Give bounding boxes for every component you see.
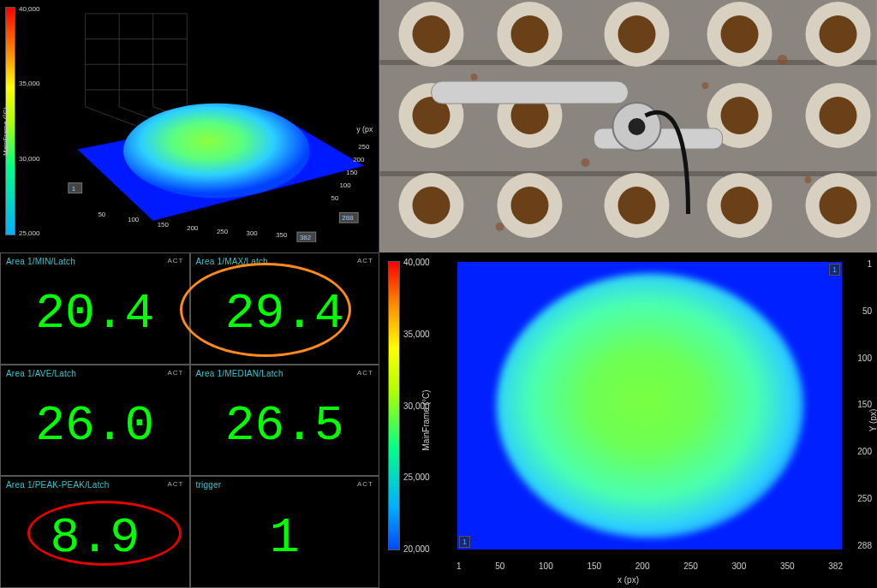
readout-act-badge: ACT (168, 369, 184, 377)
thermal-blob-icon (496, 273, 803, 538)
readout-label: Area 1/MAX/Latch (196, 255, 374, 266)
thermal-3d-panel: 40,000 35,000 30,000 25,000 (0, 0, 379, 252)
camera-feed-image (379, 0, 877, 252)
readout-peakpeak: Area 1/PEAK-PEAK/Latch ACT 8.9 (0, 476, 190, 588)
svg-point-53 (778, 55, 788, 65)
readout-median: Area 1/MEDIAN/Latch ACT 26.5 (190, 365, 380, 477)
readout-label: Area 1/AVE/Latch (6, 367, 184, 378)
colorbar-2d (388, 261, 400, 550)
svg-text:250: 250 (217, 228, 229, 235)
svg-point-32 (820, 15, 857, 53)
svg-point-30 (721, 15, 759, 53)
svg-text:100: 100 (339, 181, 351, 189)
axis-tick: 50 (495, 561, 504, 571)
svg-point-44 (511, 187, 549, 224)
readout-value: 26.5 (196, 378, 374, 474)
svg-point-40 (820, 97, 857, 134)
colorbar-3d-label: MainFrame (°C) (2, 107, 9, 156)
readout-act-badge: ACT (357, 257, 373, 264)
svg-text:250: 250 (358, 143, 370, 151)
readout-min: Area 1/MIN/Latch ACT 20.4 (0, 252, 190, 365)
svg-text:350: 350 (276, 231, 288, 239)
readout-value: 20.4 (6, 266, 184, 362)
colorbar-tick: 30,000 (19, 155, 50, 163)
readout-label: Area 1/MIN/Latch (6, 255, 184, 266)
svg-point-55 (496, 223, 504, 231)
axis-tick: 100 (539, 561, 553, 571)
y-axis-label: y (px) (356, 125, 373, 134)
readouts-panel: Area 1/MIN/Latch ACT 20.4 Area 1/MAX/Lat… (0, 252, 379, 588)
readout-max: Area 1/MAX/Latch ACT 29.4 (190, 252, 380, 365)
plot3d-area[interactable]: 50 100 150 200 250 300 350 50 100 150 20… (51, 5, 373, 242)
colorbar-2d-label: MainFrame (°C) (421, 389, 431, 450)
svg-point-1 (123, 104, 310, 199)
colorbar-tick: 25,000 (403, 472, 438, 482)
svg-point-28 (618, 15, 656, 53)
colorbar-tick: 25,000 (19, 229, 50, 237)
svg-point-42 (413, 187, 450, 224)
svg-point-51 (471, 74, 478, 80)
readout-act-badge: ACT (168, 480, 184, 488)
svg-point-60 (629, 118, 646, 135)
svg-point-56 (702, 82, 709, 89)
readout-trigger: trigger ACT 1 (190, 476, 380, 588)
readout-label: Area 1/PEAK-PEAK/Latch (6, 478, 184, 490)
svg-point-46 (618, 187, 656, 224)
axis-tick: 288 (857, 541, 872, 550)
axis-tick: 250 (857, 494, 872, 503)
svg-text:100: 100 (128, 216, 140, 223)
range-badge-low: 1 (459, 536, 470, 548)
axis-tick: 300 (732, 561, 747, 571)
x-axis-label: x (px) (617, 575, 639, 585)
y-axis-label: Y (px) (868, 409, 877, 432)
svg-text:50: 50 (331, 194, 339, 202)
readout-value: 1 (196, 490, 374, 585)
readout-label: Area 1/MEDIAN/Latch (196, 367, 374, 378)
readout-ave: Area 1/AVE/Latch ACT 26.0 (0, 365, 190, 477)
svg-point-26 (511, 15, 549, 53)
axis-tick: 382 (828, 561, 843, 571)
range-badge-y-low: 1 (829, 264, 840, 276)
axis-tick: 100 (857, 353, 872, 363)
svg-text:300: 300 (247, 229, 259, 237)
svg-text:1: 1 (72, 185, 76, 193)
thermal-2d-panel: 40,000 35,000 30,000 25,000 20,000 MainF… (379, 252, 877, 588)
axis-tick: 1 (867, 259, 872, 269)
svg-text:382: 382 (300, 234, 311, 241)
readout-act-badge: ACT (168, 257, 184, 264)
svg-point-50 (820, 187, 857, 224)
axis-tick: 350 (780, 561, 795, 571)
readout-act-badge: ACT (357, 369, 373, 377)
svg-rect-57 (432, 81, 629, 104)
axis-tick: 200 (857, 447, 872, 456)
plot2d-xticks: 1 50 100 150 200 250 300 350 382 (456, 561, 843, 571)
colorbar-3d-ticks: 40,000 35,000 30,000 25,000 (19, 5, 50, 237)
axis-tick: 1 (456, 561, 462, 571)
readout-act-badge: ACT (357, 480, 373, 488)
plot3d-svg: 50 100 150 200 250 300 350 50 100 150 20… (51, 5, 373, 242)
colorbar-tick: 40,000 (403, 258, 438, 267)
readout-value: 26.0 (6, 378, 184, 474)
colorbar-tick: 40,000 (19, 5, 50, 13)
svg-point-38 (721, 97, 759, 134)
svg-point-24 (413, 15, 450, 53)
readout-value: 29.4 (196, 266, 374, 362)
colorbar-tick: 20,000 (403, 544, 438, 554)
axis-tick: 150 (587, 561, 601, 571)
colorbar-tick: 35,000 (19, 80, 50, 87)
readout-label: trigger (196, 478, 374, 490)
readout-value: 8.9 (6, 490, 184, 585)
plot2d-area[interactable]: 1 1 (456, 261, 843, 550)
svg-text:288: 288 (342, 214, 354, 222)
axis-tick: 250 (683, 561, 698, 571)
colorbar-tick: 35,000 (403, 330, 438, 339)
svg-text:150: 150 (158, 221, 170, 229)
axis-tick: 50 (862, 306, 872, 316)
svg-point-52 (582, 158, 590, 167)
axis-tick: 200 (635, 561, 650, 571)
plot2d-yticks: 1 50 100 150 200 250 288 (846, 259, 872, 550)
svg-text:50: 50 (98, 211, 105, 218)
camera-feed-panel (379, 0, 877, 252)
svg-point-54 (805, 176, 812, 183)
svg-text:200: 200 (353, 156, 365, 163)
